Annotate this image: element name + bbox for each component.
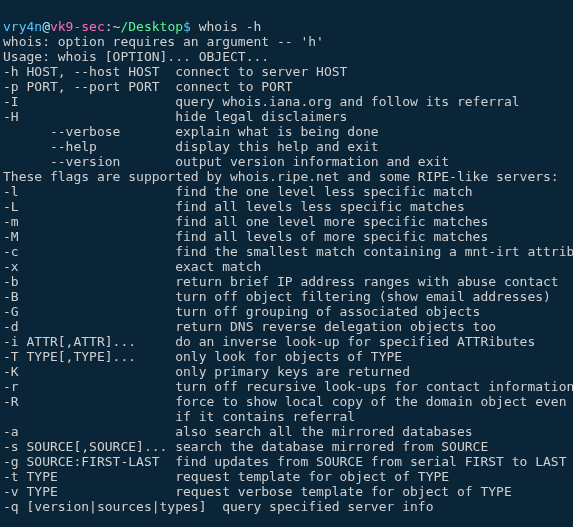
option-line: -t TYPE request template for object of T… <box>3 469 570 484</box>
section-header: These flags are supported by whois.ripe.… <box>3 169 570 184</box>
option-line: -g SOURCE:FIRST-LAST find updates from S… <box>3 454 570 469</box>
option-line: -b return brief IP address ranges with a… <box>3 274 570 289</box>
option-line: -K only primary keys are returned <box>3 364 570 379</box>
option-line: --help display this help and exit <box>3 139 570 154</box>
option-line: -B turn off object filtering (show email… <box>3 289 570 304</box>
prompt-line: vry4n@vk9-sec:~/Desktop$ whois -h <box>3 19 570 34</box>
option-line: -c find the smallest match containing a … <box>3 244 570 259</box>
prompt-dollar: $ <box>183 19 199 34</box>
option-line: -H hide legal disclaimers <box>3 109 570 124</box>
option-line: -T TYPE[,TYPE]... only look for objects … <box>3 349 570 364</box>
command-text: whois -h <box>199 19 262 34</box>
option-line: -I query whois.iana.org and follow its r… <box>3 94 570 109</box>
prompt-host: vk9-sec <box>50 19 105 34</box>
option-line: -s SOURCE[,SOURCE]... search the databas… <box>3 439 570 454</box>
option-line: -l find the one level less specific matc… <box>3 184 570 199</box>
option-line: --verbose explain what is being done <box>3 124 570 139</box>
option-line: -r turn off recursive look-ups for conta… <box>3 379 570 394</box>
option-line: -x exact match <box>3 259 570 274</box>
option-line: -v TYPE request verbose template for obj… <box>3 484 570 499</box>
option-line: -L find all levels less specific matches <box>3 199 570 214</box>
option-line: --version output version information and… <box>3 154 570 169</box>
prompt-user: vry4n <box>3 19 42 34</box>
prompt-at: @ <box>42 19 50 34</box>
option-line: -q [version|sources|types] query specifi… <box>3 499 570 514</box>
option-line: if it contains referral <box>3 409 570 424</box>
terminal[interactable]: vry4n@vk9-sec:~/Desktop$ whois -hwhois: … <box>0 0 573 527</box>
output-body: whois: option requires an argument -- 'h… <box>3 34 570 514</box>
option-line: -R force to show local copy of the domai… <box>3 394 570 409</box>
prompt-path: /Desktop <box>120 19 183 34</box>
prompt-sep: : <box>105 19 113 34</box>
option-line: -i ATTR[,ATTR]... do an inverse look-up … <box>3 334 570 349</box>
option-line: -a also search all the mirrored database… <box>3 424 570 439</box>
preamble-line: Usage: whois [OPTION]... OBJECT... <box>3 49 570 64</box>
preamble-line: whois: option requires an argument -- 'h… <box>3 34 570 49</box>
option-line: -h HOST, --host HOST connect to server H… <box>3 64 570 79</box>
option-line: -m find all one level more specific matc… <box>3 214 570 229</box>
option-line: -M find all levels of more specific matc… <box>3 229 570 244</box>
option-line: -p PORT, --port PORT connect to PORT <box>3 79 570 94</box>
option-line: -G turn off grouping of associated objec… <box>3 304 570 319</box>
option-line: -d return DNS reverse delegation objects… <box>3 319 570 334</box>
